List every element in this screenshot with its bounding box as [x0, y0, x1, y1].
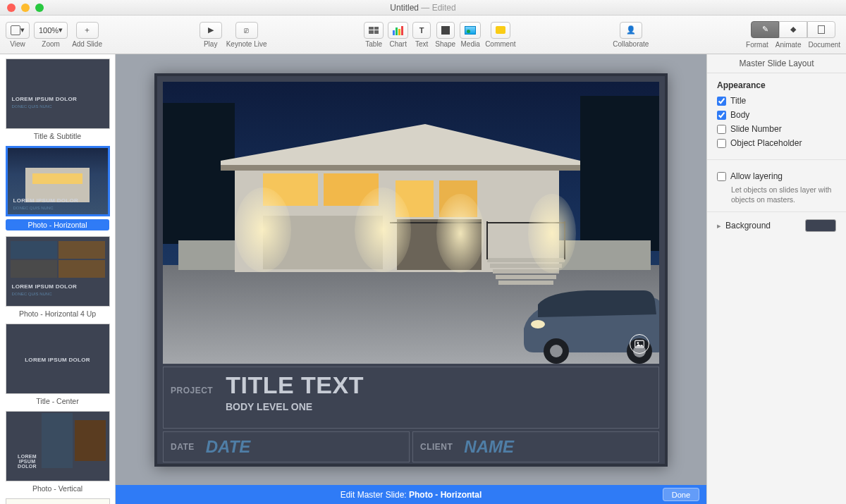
body-text[interactable]: BODY LEVEL ONE	[226, 401, 364, 412]
master-thumb-photo-vertical[interactable]: LOREM IPSUM DOLOR Photo - Vertical	[4, 411, 111, 493]
animate-label: Animate	[776, 41, 802, 49]
keynote-live-label: Keynote Live	[226, 40, 267, 48]
body-checkbox-row[interactable]: Body	[717, 110, 836, 120]
media-button[interactable]	[460, 22, 481, 39]
play-group: ▶ Play	[200, 22, 222, 48]
photo-placeholder[interactable]	[163, 82, 659, 364]
slide-number-checkbox-row[interactable]: Slide Number	[717, 124, 836, 134]
collaborate-button[interactable]: 👤	[620, 22, 642, 39]
title-row[interactable]: PROJECT TITLE TEXT BODY LEVEL ONE	[163, 367, 659, 429]
view-button[interactable]: ▾	[6, 22, 30, 39]
doc-status: — Edited	[421, 3, 455, 13]
animate-tab[interactable]: ◆	[779, 21, 807, 38]
title-checkbox-label: Title	[730, 96, 746, 106]
slide[interactable]: PROJECT TITLE TEXT BODY LEVEL ONE DATE D…	[154, 73, 668, 467]
svg-point-34	[637, 342, 639, 344]
shape-icon	[441, 26, 450, 35]
inspector-panel: Master Slide Layout Appearance Title Bod…	[706, 54, 846, 504]
table-button[interactable]	[364, 22, 384, 39]
svg-point-26	[436, 194, 484, 273]
object-placeholder-checkbox[interactable]	[717, 139, 726, 148]
add-slide-label: Add Slide	[72, 40, 102, 48]
title-checkbox-row[interactable]: Title	[717, 96, 836, 106]
client-cell[interactable]: CLIENT NAME	[412, 431, 659, 462]
diamond-icon: ◆	[790, 25, 796, 34]
done-button[interactable]: Done	[663, 488, 699, 501]
collaborate-icon: 👤	[626, 25, 636, 35]
svg-point-24	[235, 188, 291, 272]
svg-point-27	[528, 194, 576, 273]
house-image	[163, 82, 659, 364]
info-row: DATE DATE CLIENT NAME	[163, 431, 659, 462]
master-thumb-title-subtitle[interactable]: LOREM IPSUM DOLORDONEC QUIS NUNC Title &…	[4, 59, 111, 140]
title-checkbox[interactable]	[717, 97, 726, 106]
doc-title: Untitled	[390, 3, 419, 13]
media-placeholder-icon[interactable]	[630, 334, 649, 354]
thumb-label: Title & Subtitle	[4, 132, 111, 140]
allow-layering-checkbox[interactable]	[717, 172, 726, 181]
broadcast-icon: ⎚	[244, 26, 249, 35]
allow-layering-label: Allow layering	[730, 171, 783, 181]
svg-rect-1	[163, 103, 235, 244]
zoom-button[interactable]: 100% ▾	[34, 22, 68, 39]
document-icon	[818, 25, 825, 34]
edit-master-text: Edit Master Slide: Photo - Horizontal	[341, 490, 482, 500]
format-tab[interactable]: ✎	[751, 21, 779, 38]
zoom-label: Zoom	[42, 40, 60, 48]
background-label: Background	[725, 221, 771, 231]
master-thumb-more[interactable]	[4, 498, 111, 504]
master-thumb-photo-horizontal[interactable]: LOREM IPSUM DOLORDONEC QUIS NUNC Photo -…	[4, 146, 111, 231]
object-placeholder-checkbox-label: Object Placeholder	[730, 138, 802, 148]
svg-point-25	[355, 188, 411, 272]
appearance-section: Appearance Title Body Slide Number Objec…	[707, 73, 846, 160]
chart-button[interactable]	[388, 22, 408, 39]
svg-rect-18	[496, 275, 556, 279]
text-icon: T	[419, 26, 424, 35]
shape-button[interactable]	[436, 22, 455, 39]
allow-layering-hint: Let objects on slides layer with objects…	[731, 185, 836, 204]
slide-number-checkbox[interactable]	[717, 125, 726, 134]
object-placeholder-checkbox-row[interactable]: Object Placeholder	[717, 138, 836, 148]
thumb-label: Photo - Vertical	[4, 484, 111, 493]
body-checkbox[interactable]	[717, 111, 726, 120]
date-value[interactable]: DATE	[206, 437, 251, 457]
view-label: View	[10, 40, 25, 48]
svg-point-32	[531, 320, 545, 328]
add-slide-button[interactable]: ＋	[76, 22, 99, 39]
shape-label: Shape	[435, 40, 455, 48]
chart-label: Chart	[389, 40, 406, 48]
play-label: Play	[204, 40, 217, 48]
client-value[interactable]: NAME	[464, 437, 514, 457]
content-area: LOREM IPSUM DOLORDONEC QUIS NUNC Title &…	[0, 54, 846, 504]
svg-rect-19	[498, 281, 553, 285]
paintbrush-icon: ✎	[762, 25, 768, 34]
comment-button[interactable]	[491, 22, 510, 39]
comment-icon	[496, 26, 505, 34]
slide-stage[interactable]: PROJECT TITLE TEXT BODY LEVEL ONE DATE D…	[116, 54, 706, 485]
keynote-live-button[interactable]: ⎚	[235, 22, 258, 39]
master-thumb-title-center[interactable]: LOREM IPSUM DOLOR Title - Center	[4, 324, 111, 405]
document-tab[interactable]	[807, 21, 835, 38]
slide-navigator[interactable]: LOREM IPSUM DOLORDONEC QUIS NUNC Title &…	[0, 54, 116, 504]
master-thumb-photo-horizontal-4up[interactable]: LOREM IPSUM DOLORDONEC QUIS NUNC Photo -…	[4, 236, 111, 318]
body-checkbox-label: Body	[730, 110, 749, 120]
allow-layering-row[interactable]: Allow layering	[717, 171, 836, 181]
date-label: DATE	[171, 442, 195, 452]
chevron-right-icon: ▸	[717, 221, 721, 230]
document-label: Document	[808, 41, 840, 49]
edit-master-bar: Edit Master Slide: Photo - Horizontal Do…	[116, 485, 706, 504]
background-swatch[interactable]	[805, 219, 836, 232]
text-button[interactable]: T	[412, 22, 431, 39]
inspector-tabs: ✎ ◆ Format Animate Document	[746, 21, 840, 49]
chart-icon	[393, 25, 403, 35]
title-text[interactable]: TITLE TEXT	[226, 373, 364, 397]
background-row[interactable]: ▸Background	[707, 212, 846, 239]
play-button[interactable]: ▶	[200, 22, 222, 39]
window-title: Untitled — Edited	[0, 3, 846, 13]
slide-meta: PROJECT TITLE TEXT BODY LEVEL ONE DATE D…	[163, 367, 659, 458]
format-label: Format	[746, 41, 768, 49]
add-slide-group: ＋ Add Slide	[72, 22, 102, 48]
thumb-label: Photo - Horizontal	[6, 219, 109, 231]
date-cell[interactable]: DATE DATE	[163, 431, 410, 462]
slide-number-checkbox-label: Slide Number	[730, 124, 782, 134]
